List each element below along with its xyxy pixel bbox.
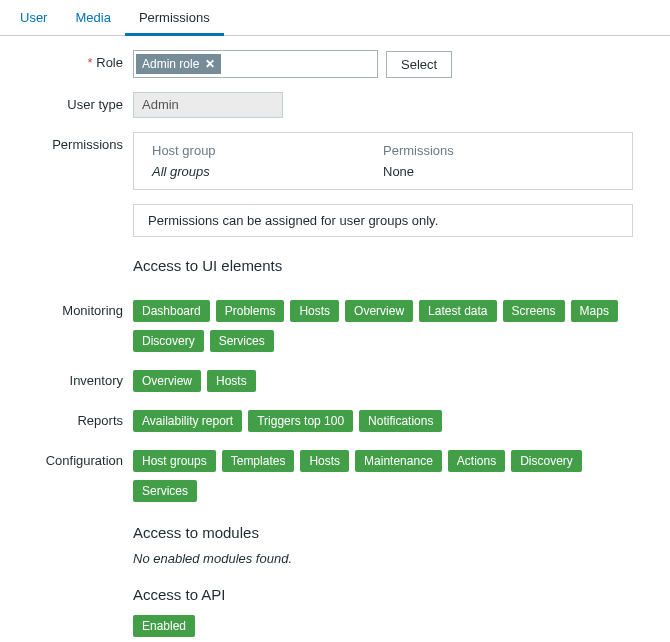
permission-tag: Dashboard [133, 300, 210, 322]
tab-user[interactable]: User [6, 0, 61, 35]
section-ui-title: Access to UI elements [133, 257, 282, 274]
permission-tag: Availability report [133, 410, 242, 432]
permission-tag: Services [210, 330, 274, 352]
inventory-tags: OverviewHosts [133, 368, 652, 394]
permission-tag: Hosts [290, 300, 339, 322]
monitoring-tags: DashboardProblemsHostsOverviewLatest dat… [133, 298, 652, 354]
permission-tag: Hosts [300, 450, 349, 472]
perm-permissions-header: Permissions [383, 143, 614, 158]
permission-tag: Host groups [133, 450, 216, 472]
role-select-button[interactable]: Select [386, 51, 452, 78]
permission-tag: Services [133, 480, 197, 502]
label-reports: Reports [18, 408, 133, 428]
permission-tag: Problems [216, 300, 285, 322]
permissions-box: Host group All groups Permissions None [133, 132, 633, 190]
label-permissions: Permissions [18, 132, 133, 152]
perm-hostgroup-value: All groups [152, 164, 383, 179]
tab-permissions[interactable]: Permissions [125, 0, 224, 36]
permission-tag: Templates [222, 450, 295, 472]
role-chip: Admin role ✕ [136, 54, 221, 74]
permission-tag: Actions [448, 450, 505, 472]
notice: Permissions can be assigned for user gro… [133, 204, 633, 237]
section-modules-title: Access to modules [133, 524, 652, 541]
permission-tag: Triggers top 100 [248, 410, 353, 432]
section-api-title: Access to API [133, 586, 652, 603]
permission-tag: Notifications [359, 410, 442, 432]
label-monitoring: Monitoring [18, 298, 133, 318]
perm-permissions-value: None [383, 164, 614, 179]
permission-tag: Discovery [511, 450, 582, 472]
role-chip-remove-icon[interactable]: ✕ [205, 57, 215, 71]
perm-hostgroup-header: Host group [152, 143, 383, 158]
permission-tag: Screens [503, 300, 565, 322]
permission-tag: Discovery [133, 330, 204, 352]
label-user-type: User type [18, 92, 133, 112]
label-role: Role [18, 50, 133, 70]
label-configuration: Configuration [18, 448, 133, 468]
api-enabled-tag: Enabled [133, 615, 195, 637]
permission-tag: Maintenance [355, 450, 442, 472]
permission-tag: Hosts [207, 370, 256, 392]
permission-tag: Overview [345, 300, 413, 322]
modules-none: No enabled modules found. [133, 551, 652, 566]
tabs: User Media Permissions [0, 0, 670, 36]
user-type-field: Admin [133, 92, 283, 118]
form: Role Admin role ✕ Select User type Admin… [0, 36, 670, 642]
role-chip-text: Admin role [142, 57, 199, 71]
role-input[interactable]: Admin role ✕ [133, 50, 378, 78]
permission-tag: Maps [571, 300, 618, 322]
reports-tags: Availability reportTriggers top 100Notif… [133, 408, 652, 434]
permission-tag: Latest data [419, 300, 496, 322]
label-inventory: Inventory [18, 368, 133, 388]
configuration-tags: Host groupsTemplatesHostsMaintenanceActi… [133, 448, 652, 504]
tab-media[interactable]: Media [61, 0, 124, 35]
permission-tag: Overview [133, 370, 201, 392]
